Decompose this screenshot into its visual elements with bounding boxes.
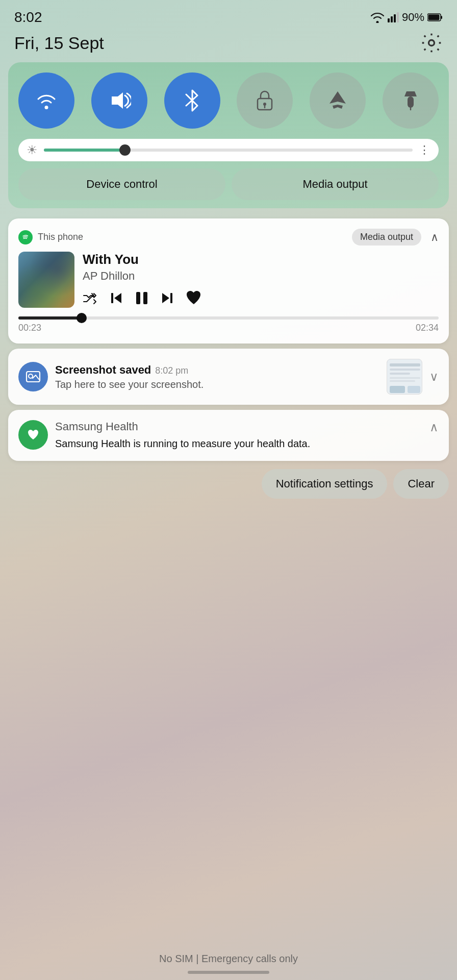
media-output-button[interactable]: Media output: [352, 229, 421, 246]
brightness-thumb[interactable]: [119, 144, 131, 156]
svg-rect-0: [388, 18, 390, 22]
next-button[interactable]: [160, 291, 174, 309]
no-sim-text: No SIM | Emergency calls only: [159, 953, 298, 964]
album-art-image: [18, 252, 74, 308]
status-bar: 8:02 90%: [0, 0, 457, 30]
samsung-health-body: Samsung Health is running to measure you…: [55, 436, 422, 451]
media-info: With You AP Dhillon: [83, 252, 439, 309]
device-media-row: Device control Media output: [18, 168, 439, 200]
screenshot-notification-icon: [18, 362, 48, 391]
progress-track[interactable]: [18, 316, 439, 320]
brightness-icon: ☀: [27, 143, 38, 157]
progress-times: 00:23 02:34: [18, 323, 439, 333]
svg-marker-8: [112, 92, 123, 109]
date-display: Fri, 15 Sept: [14, 33, 104, 53]
samsung-health-card-inner: Samsung Health Samsung Health is running…: [18, 420, 439, 451]
screenshot-expand-chevron[interactable]: ∨: [429, 370, 439, 384]
media-output-bottom-button[interactable]: Media output: [232, 168, 439, 200]
screenshot-card-inner: Screenshot saved 8:02 pm Tap here to see…: [18, 359, 439, 395]
sound-toggle[interactable]: [91, 72, 147, 129]
svg-rect-24: [390, 369, 420, 371]
settings-gear-icon[interactable]: [420, 32, 443, 54]
signal-icon: [388, 12, 399, 22]
media-player-card: This phone Media output ∧ With You AP Dh…: [8, 218, 449, 344]
bottom-spacer: [0, 499, 457, 703]
samsung-app-name: Samsung Health: [55, 420, 422, 433]
notification-settings-button[interactable]: Notification settings: [262, 469, 388, 499]
svg-rect-27: [390, 380, 415, 382]
svg-rect-19: [170, 293, 172, 303]
screenshot-notification-text: Screenshot saved 8:02 pm Tap here to see…: [55, 363, 379, 390]
quick-settings-panel: ☀ ⋮ Device control Media output: [8, 62, 449, 208]
samsung-health-collapse-chevron[interactable]: ∧: [429, 420, 439, 451]
screenshot-title: Screenshot saved: [55, 363, 151, 377]
airplane-mode-toggle[interactable]: [310, 72, 366, 129]
album-art: [18, 252, 74, 308]
total-time: 02:34: [416, 323, 439, 333]
date-row: Fri, 15 Sept: [0, 30, 457, 62]
bluetooth-toggle[interactable]: [164, 72, 220, 129]
shuffle-button[interactable]: [83, 291, 98, 308]
notifications-area: This phone Media output ∧ With You AP Dh…: [8, 218, 449, 461]
screen-lock-toggle[interactable]: [237, 72, 293, 129]
samsung-health-notification[interactable]: Samsung Health Samsung Health is running…: [8, 410, 449, 461]
progress-area: 00:23 02:34: [18, 316, 439, 333]
song-artist: AP Dhillon: [83, 270, 439, 283]
svg-rect-3: [397, 12, 399, 22]
svg-point-7: [429, 40, 435, 46]
svg-rect-28: [390, 386, 405, 393]
media-collapse-chevron[interactable]: ∧: [430, 231, 439, 244]
media-header-left: This phone: [18, 230, 83, 244]
svg-rect-17: [143, 292, 147, 304]
previous-button[interactable]: [109, 291, 123, 309]
media-header: This phone Media output ∧: [18, 229, 439, 246]
svg-rect-12: [408, 96, 414, 108]
spotify-icon: [18, 230, 33, 244]
svg-rect-25: [390, 373, 410, 375]
wifi-status-icon: [370, 12, 385, 23]
svg-marker-18: [162, 293, 169, 303]
screenshot-thumbnail: [387, 359, 422, 395]
svg-rect-6: [428, 15, 440, 20]
progress-fill: [18, 316, 82, 320]
media-body: With You AP Dhillon: [18, 252, 439, 309]
device-control-button[interactable]: Device control: [18, 168, 225, 200]
svg-rect-1: [391, 16, 393, 22]
song-title: With You: [83, 252, 439, 267]
samsung-health-text: Samsung Health Samsung Health is running…: [55, 420, 422, 451]
svg-rect-29: [408, 386, 420, 393]
clear-notifications-button[interactable]: Clear: [393, 469, 449, 499]
screenshot-notification[interactable]: Screenshot saved 8:02 pm Tap here to see…: [8, 349, 449, 405]
flashlight-toggle[interactable]: [383, 72, 439, 129]
media-source-label: This phone: [38, 232, 83, 242]
svg-rect-5: [441, 16, 442, 19]
no-sim-bar: No SIM | Emergency calls only: [0, 953, 457, 965]
status-time: 8:02: [14, 9, 42, 26]
wifi-toggle[interactable]: [18, 72, 74, 129]
status-icons: 90%: [370, 11, 443, 24]
brightness-fill: [44, 149, 125, 152]
toggle-row: [18, 72, 439, 129]
svg-marker-14: [114, 293, 121, 303]
svg-point-13: [21, 233, 30, 242]
home-indicator[interactable]: [188, 971, 269, 974]
pause-button[interactable]: [135, 290, 149, 309]
svg-rect-23: [390, 363, 420, 366]
battery-percent: 90%: [402, 11, 424, 24]
svg-rect-16: [136, 292, 140, 304]
screenshot-title-row: Screenshot saved 8:02 pm: [55, 363, 379, 377]
current-time: 00:23: [18, 323, 41, 333]
battery-icon: [427, 13, 443, 22]
svg-rect-26: [390, 377, 420, 379]
screenshot-time: 8:02 pm: [155, 365, 188, 376]
svg-rect-2: [394, 14, 396, 22]
brightness-track[interactable]: [44, 149, 413, 152]
like-button[interactable]: [186, 290, 202, 309]
svg-rect-15: [111, 293, 113, 303]
brightness-slider-row[interactable]: ☀ ⋮: [18, 139, 439, 161]
notification-actions: Notification settings Clear: [8, 469, 449, 499]
svg-point-21: [29, 374, 33, 378]
brightness-menu-dots[interactable]: ⋮: [419, 143, 430, 157]
progress-thumb[interactable]: [77, 313, 87, 323]
screenshot-body: Tap here to see your screenshot.: [55, 379, 379, 390]
